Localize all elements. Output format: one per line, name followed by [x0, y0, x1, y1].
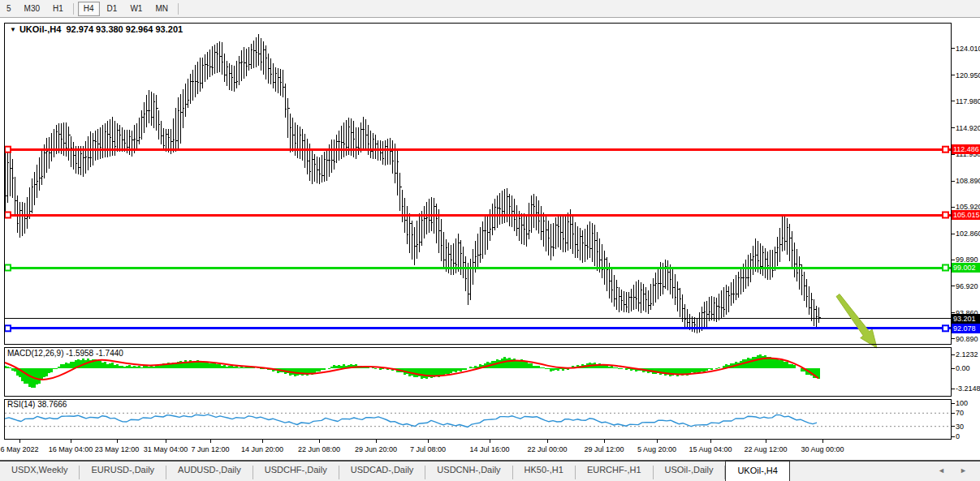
chart-symbol-label: UKOil-,H4 — [19, 24, 61, 34]
timeframe-button-d1[interactable]: D1 — [101, 2, 123, 16]
timeframe-button-h1[interactable]: H1 — [47, 2, 69, 16]
date-tick-label: 29 Jul 12:00 — [584, 445, 624, 453]
date-tick-label: 31 May 04:00 — [144, 445, 188, 453]
rsi-indicator-label: RSI(14) 38.7666 — [7, 400, 67, 409]
macd-main-value: -1.5958 — [66, 349, 93, 358]
chart-ohlc-values: 92.974 93.380 92.964 93.201 — [66, 24, 183, 34]
date-tick-label: 5 Aug 20:00 — [637, 445, 676, 453]
macd-tick-label: -3.2148 — [956, 384, 980, 393]
price-tick-label: 90.890 — [956, 335, 978, 343]
timeframe-button-h4[interactable]: H4 — [78, 2, 100, 16]
price-chart-panel[interactable] — [4, 23, 951, 344]
date-tick-label: 30 Aug 00:00 — [801, 445, 844, 453]
date-tick-label: 22 Jul 00:00 — [527, 445, 567, 453]
timeframe-button-w1[interactable]: W1 — [124, 2, 148, 16]
macd-tick-label: 2.1232 — [956, 350, 978, 359]
tab-ukoil-h4[interactable]: UKOil-,H4 — [725, 460, 790, 481]
date-tick-label: 7 Jun 12:00 — [191, 445, 229, 453]
timeframe-button-m30[interactable]: M30 — [19, 2, 45, 16]
rsi-tick-label: 70 — [956, 409, 964, 417]
price-tick-label: 117.980 — [956, 97, 980, 105]
date-tick-label: 7 Jul 08:00 — [410, 445, 446, 453]
tab-scroll-left-icon[interactable]: ◄ — [938, 466, 945, 475]
chart-tab-bar: USDX,WeeklyEURUSD-,DailyAUDUSD-,DailyUSD… — [0, 460, 980, 481]
tab-scroll-right-icon[interactable]: ► — [960, 466, 967, 475]
date-tick-label: 15 Aug 04:00 — [689, 445, 732, 453]
toolbar-separator — [178, 3, 179, 15]
timeframe-button-mn[interactable]: MN — [149, 2, 174, 16]
price-tick-label: 96.920 — [956, 282, 978, 290]
tab-hk50-h1[interactable]: HK50-,H1 — [513, 462, 575, 481]
tab-eurusd-daily[interactable]: EURUSD-,Daily — [80, 462, 166, 481]
rsi-tick-label: 0 — [956, 432, 960, 440]
tab-audusd-daily[interactable]: AUDUSD-,Daily — [166, 462, 253, 481]
date-tick-label: 16 May 04:00 — [49, 445, 93, 453]
hline-price-label-93-201: 93.201 — [952, 314, 980, 324]
hline-price-label-112-486: 112.486 — [952, 144, 980, 154]
date-tick-label: 23 May 12:00 — [95, 445, 140, 453]
tab-eurchf-h1[interactable]: EURCHF-,H1 — [576, 462, 653, 481]
macd-panel[interactable] — [4, 347, 951, 396]
date-tick-label: 22 Jun 08:00 — [298, 445, 340, 453]
price-tick-label: 114.920 — [956, 124, 980, 132]
price-tick-label: 102.860 — [956, 230, 980, 238]
rsi-tick-label: 30 — [956, 423, 964, 431]
date-tick-label: 6 May 2022 — [0, 445, 38, 453]
mt4-chart-window: 5M30H1H4D1W1MN ▼UKOil-,H4 92.974 93.380 … — [0, 0, 980, 481]
date-tick-label: 14 Jun 20:00 — [241, 445, 283, 453]
hline-price-label-105-015: 105.015 — [952, 210, 980, 220]
tab-usdx-weekly[interactable]: USDX,Weekly — [0, 462, 79, 481]
timeframe-button-5[interactable]: 5 — [1, 2, 17, 16]
date-tick-label: 14 Jul 16:00 — [469, 445, 509, 453]
chart-title: ▼UKOil-,H4 92.974 93.380 92.964 93.201 — [10, 24, 183, 34]
tab-usdcnh-daily[interactable]: USDCNH-,Daily — [425, 462, 512, 481]
symbol-dropdown-icon: ▼ — [10, 26, 16, 33]
tab-usdchf-daily[interactable]: USDCHF-,Daily — [253, 462, 339, 481]
tab-usoil-daily[interactable]: USOil-,Daily — [654, 462, 725, 481]
rsi-value: 38.7666 — [37, 400, 67, 409]
price-tick-label: 124.010 — [956, 45, 980, 53]
macd-signal-value: -1.7440 — [96, 349, 123, 358]
timeframe-toolbar: 5M30H1H4D1W1MN — [0, 0, 980, 18]
date-tick-label: 29 Jun 20:00 — [355, 445, 397, 453]
macd-indicator-label: MACD(12,26,9) -1.5958 -1.7440 — [7, 349, 123, 358]
rsi-tick-label: 100 — [956, 399, 968, 407]
tab-usdcad-daily[interactable]: USDCAD-,Daily — [339, 462, 425, 481]
macd-tick-label: 0.00 — [956, 364, 970, 372]
hline-price-label-92-078: 92.078 — [952, 324, 980, 333]
hline-price-label-99-002: 99.002 — [952, 263, 980, 273]
price-tick-label: 120.950 — [956, 71, 980, 79]
price-tick-label: 108.890 — [956, 177, 980, 185]
toolbar-separator — [73, 3, 74, 15]
rsi-panel[interactable] — [4, 399, 951, 439]
date-tick-label: 22 Aug 12:00 — [744, 445, 787, 453]
